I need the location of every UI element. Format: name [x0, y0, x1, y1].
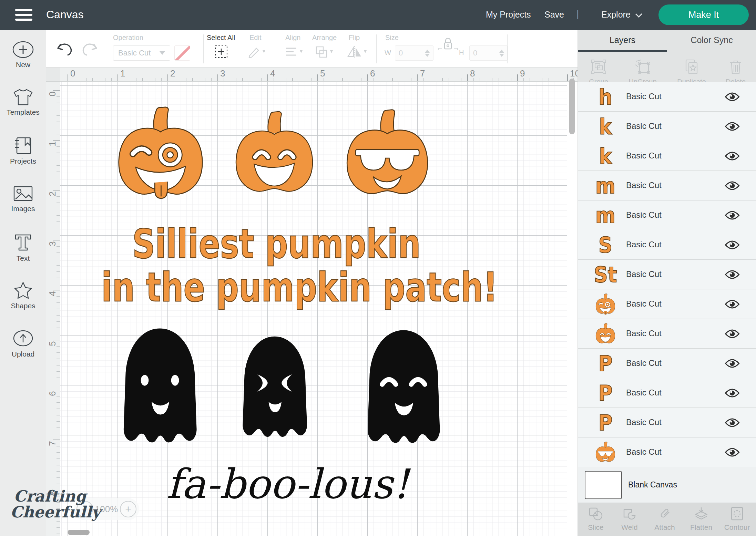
layer-thumbnail-letter: m [592, 203, 619, 228]
select-all-icon[interactable] [214, 45, 228, 59]
visibility-eye-icon[interactable] [725, 329, 740, 339]
layer-row[interactable]: kBasic Cut [578, 141, 756, 171]
width-input[interactable]: 0 [395, 45, 433, 61]
my-projects-link[interactable]: My Projects [486, 10, 531, 20]
width-stepper[interactable] [425, 50, 430, 57]
height-input[interactable]: 0 [469, 45, 508, 61]
pumpkin-smile-icon [594, 323, 616, 344]
layer-thumbnail-letter: k [592, 143, 619, 169]
hamburger-menu-icon[interactable] [15, 9, 32, 21]
visibility-eye-icon[interactable] [725, 388, 740, 398]
sidebar-item-text[interactable]: Text [0, 233, 46, 274]
make-it-button[interactable]: Make It [658, 4, 749, 25]
layer-thumbnail-pumpkin-wink [592, 291, 619, 317]
weld-button[interactable]: Weld [613, 507, 646, 532]
layer-thumbnail-letter: St [592, 262, 619, 287]
ungroup-icon [635, 59, 651, 74]
cricut-design-space-app: Canvas My Projects Save | Explore Make I… [0, 0, 756, 536]
align-button: Align [285, 34, 300, 42]
new-icon [12, 41, 34, 59]
visibility-eye-icon[interactable] [725, 240, 740, 250]
v-ruler-number: 0 [47, 89, 58, 99]
save-link[interactable]: Save [544, 10, 564, 20]
color-swatch[interactable] [174, 45, 190, 61]
canvas-text-line1[interactable]: Silliest pumpkin [132, 221, 405, 267]
layer-thumbnail-letter: P [592, 351, 619, 376]
canvas-text-line3[interactable]: fa-boo-lous! [148, 460, 427, 508]
layer-row[interactable]: PBasic Cut [578, 378, 756, 408]
canvas-pumpkin-wink[interactable] [110, 106, 211, 200]
height-stepper[interactable] [499, 50, 504, 57]
flatten-button[interactable]: Flatten [685, 507, 718, 532]
sidebar-item-templates[interactable]: Templates [0, 88, 46, 130]
toolbar-divider [107, 34, 107, 63]
layer-label: Basic Cut [626, 358, 662, 368]
layer-row[interactable]: hBasic Cut [578, 82, 756, 112]
visibility-eye-icon[interactable] [725, 358, 740, 369]
letter-glyph: S [599, 233, 612, 257]
lock-icon[interactable] [438, 37, 458, 52]
canvas-pumpkin-sunglasses[interactable] [339, 109, 436, 199]
layer-row[interactable]: mBasic Cut [578, 200, 756, 230]
letter-glyph: P [598, 410, 612, 435]
layer-row[interactable]: Basic Cut [578, 289, 756, 319]
explore-menu[interactable]: Explore [601, 10, 640, 20]
layer-thumbnail-pumpkin-smile [592, 321, 619, 347]
horizontal-ruler: 012345678910 [60, 68, 578, 82]
select-all-button[interactable]: Select All [207, 34, 235, 42]
layer-row[interactable]: StBasic Cut [578, 260, 756, 289]
visibility-eye-icon[interactable] [725, 181, 740, 191]
undo-icon[interactable] [56, 39, 74, 57]
visibility-eye-icon[interactable] [725, 92, 740, 102]
contour-button[interactable]: Contour [721, 507, 754, 532]
canvas-pumpkin-smile[interactable] [231, 108, 318, 199]
canvas-text-line2[interactable]: in the pumpkin patch! [101, 265, 446, 311]
redo-icon[interactable] [81, 39, 99, 57]
layer-row[interactable]: kBasic Cut [578, 112, 756, 141]
visibility-eye-icon[interactable] [725, 418, 740, 428]
edit-icon [247, 45, 268, 59]
horizontal-scrollbar[interactable] [68, 530, 90, 535]
operation-value: Basic Cut [118, 49, 151, 58]
visibility-eye-icon[interactable] [725, 299, 740, 309]
toolbar-divider [376, 34, 377, 63]
width-label: W [385, 49, 391, 57]
tab-layers[interactable]: Layers [578, 35, 667, 45]
color-line-icon [175, 45, 190, 61]
layer-row[interactable]: Basic Cut [578, 437, 756, 467]
vertical-scrollbar[interactable] [569, 79, 575, 134]
zoom-in-button[interactable]: + [120, 501, 136, 517]
operation-dropdown[interactable]: Basic Cut [113, 45, 170, 61]
sidebar-item-shapes[interactable]: Shapes [0, 281, 46, 322]
slice-button[interactable]: Slice [579, 507, 612, 532]
layer-thumbnail-letter: k [592, 114, 619, 139]
visibility-eye-icon[interactable] [725, 121, 740, 132]
tab-color-sync[interactable]: Color Sync [667, 35, 756, 45]
boolean-actions-bar: Slice Weld Attach [578, 503, 756, 536]
upload-icon [12, 329, 34, 348]
layer-row[interactable]: mBasic Cut [578, 171, 756, 200]
layer-row[interactable]: SBasic Cut [578, 230, 756, 260]
canvas-ghost-dot-eyes[interactable] [111, 325, 209, 454]
visibility-eye-icon[interactable] [725, 447, 740, 457]
sidebar-item-new[interactable]: New [0, 41, 46, 82]
blank-canvas-row[interactable]: Blank Canvas [578, 467, 756, 503]
layer-label: Basic Cut [626, 240, 662, 249]
attach-button[interactable]: Attach [648, 507, 681, 532]
canvas-ghost-squint-eyes[interactable] [232, 327, 318, 454]
edit-toolbar: Operation Basic Cut Select All Edit Alig… [46, 30, 578, 68]
layer-label: Basic Cut [626, 210, 662, 220]
sidebar-item-images[interactable]: Images [0, 185, 46, 226]
sidebar-item-projects[interactable]: Projects [0, 136, 46, 178]
visibility-eye-icon[interactable] [725, 269, 740, 280]
visibility-eye-icon[interactable] [725, 151, 740, 161]
layer-row[interactable]: PBasic Cut [578, 408, 756, 437]
visibility-eye-icon[interactable] [725, 210, 740, 220]
duplicate-icon [684, 59, 699, 74]
layer-label: Basic Cut [626, 299, 662, 309]
canvas-ghost-happy-eyes[interactable] [349, 327, 458, 454]
sidebar-item-upload[interactable]: Upload [0, 329, 46, 371]
attach-icon [657, 507, 672, 520]
layer-row[interactable]: Basic Cut [578, 319, 756, 349]
layer-row[interactable]: PBasic Cut [578, 349, 756, 378]
